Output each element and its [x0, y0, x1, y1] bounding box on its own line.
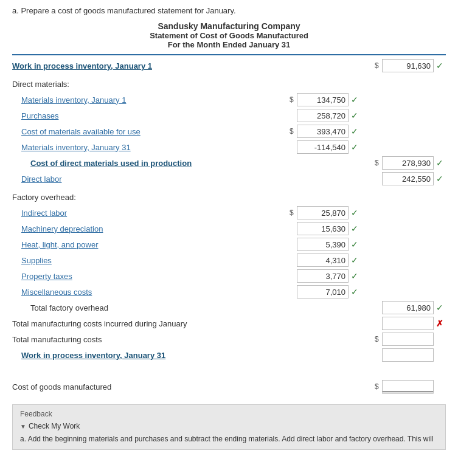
- check-icon-hlp: ✓: [351, 240, 361, 249]
- feedback-text: a. Add the beginning materials and purch…: [20, 434, 438, 444]
- dollar-sign-tmc: $: [375, 335, 380, 343]
- supplies-row: Supplies $ ✓: [12, 252, 446, 268]
- cost-direct-materials-label[interactable]: Cost of direct materials used in product…: [12, 159, 276, 168]
- dollar-sign-cdm: $: [375, 159, 380, 167]
- total-factory-overhead-row: Total factory overhead $ ✓: [12, 300, 446, 316]
- cost-materials-available-input[interactable]: [297, 125, 349, 138]
- check-icon-wip1: ✓: [436, 61, 446, 71]
- factory-overhead-header-row: Factory overhead:: [12, 189, 446, 205]
- check-icon-dl: ✓: [436, 174, 446, 184]
- check-icon-il: ✓: [351, 208, 361, 218]
- property-taxes-label[interactable]: Property taxes: [12, 272, 276, 281]
- direct-materials-header-row: Direct materials:: [12, 76, 446, 92]
- x-icon-tmci: ✗: [436, 319, 446, 328]
- direct-labor-row: Direct labor $ ✓: [12, 171, 446, 187]
- work-in-process-jan1-input[interactable]: [382, 59, 434, 72]
- check-icon-pt: ✓: [351, 271, 361, 281]
- total-mfg-costs-input[interactable]: [382, 333, 434, 346]
- cost-materials-available-row: Cost of materials available for use $ ✓: [12, 123, 446, 139]
- materials-inventory-jan1-row: Materials inventory, January 1 $ ✓: [12, 92, 446, 108]
- dollar-sign-il: $: [290, 209, 294, 217]
- check-icon-mi31: ✓: [351, 142, 361, 152]
- cost-goods-manufactured-input[interactable]: [382, 380, 434, 393]
- purchases-label[interactable]: Purchases: [12, 111, 276, 120]
- check-icon-pur: ✓: [351, 111, 361, 120]
- direct-labor-input[interactable]: [382, 172, 434, 185]
- dollar-sign-mi1: $: [290, 95, 294, 104]
- supplies-label[interactable]: Supplies: [12, 256, 276, 265]
- check-icon-tfo: ✓: [436, 303, 446, 312]
- miscellaneous-costs-label[interactable]: Miscellaneous costs: [12, 288, 276, 297]
- check-my-work-label: Check My Work: [29, 422, 80, 430]
- property-taxes-row: Property taxes $ ✓: [12, 268, 446, 284]
- heat-light-power-row: Heat, light, and power $ ✓: [12, 236, 446, 252]
- total-mfg-costs-incurred-label: Total manufacturing costs incurred durin…: [12, 319, 276, 328]
- dollar-sign-cgm: $: [375, 382, 380, 391]
- direct-labor-label[interactable]: Direct labor: [12, 174, 276, 184]
- materials-inventory-jan1-label[interactable]: Materials inventory, January 1: [12, 95, 276, 105]
- triangle-icon: ▼: [20, 423, 26, 430]
- check-icon-sup: ✓: [351, 255, 361, 265]
- check-my-work-section: ▼ Check My Work: [20, 422, 438, 430]
- cost-goods-manufactured-label: Cost of goods manufactured: [12, 382, 276, 391]
- period: For the Month Ended January 31: [12, 40, 446, 49]
- purchases-input[interactable]: [297, 109, 349, 122]
- work-in-process-jan31-label[interactable]: Work in process inventory, January 31: [12, 351, 276, 360]
- indirect-labor-row: Indirect labor $ ✓: [12, 205, 446, 221]
- supplies-input[interactable]: [297, 254, 349, 267]
- indirect-labor-label[interactable]: Indirect labor: [12, 209, 276, 218]
- cost-goods-manufactured-row: Cost of goods manufactured $ ✓: [12, 379, 446, 395]
- dollar-sign-wip1: $: [375, 61, 380, 70]
- total-factory-overhead-label: Total factory overhead: [12, 303, 276, 312]
- cost-materials-available-label[interactable]: Cost of materials available for use: [12, 127, 276, 136]
- work-in-process-jan1-label[interactable]: Work in process inventory, January 1: [12, 61, 276, 71]
- factory-overhead-header: Factory overhead:: [12, 193, 446, 202]
- total-mfg-costs-row: Total manufacturing costs $ ✓: [12, 331, 446, 347]
- check-icon-md: ✓: [351, 224, 361, 233]
- machinery-depreciation-row: Machinery depreciation $ ✓: [12, 221, 446, 236]
- total-mfg-costs-label: Total manufacturing costs: [12, 335, 276, 344]
- work-in-process-jan31-row: Work in process inventory, January 31 $ …: [12, 347, 446, 363]
- materials-inventory-jan31-label[interactable]: Materials inventory, January 31: [12, 143, 276, 152]
- materials-inventory-jan31-input[interactable]: [297, 140, 349, 154]
- total-mfg-costs-incurred-input[interactable]: [382, 317, 434, 330]
- materials-inventory-jan31-row: Materials inventory, January 31 $ ✓: [12, 139, 446, 155]
- miscellaneous-costs-row: Miscellaneous costs $ ✓: [12, 284, 446, 300]
- dollar-sign-cma: $: [290, 127, 294, 136]
- property-taxes-input[interactable]: [297, 269, 349, 283]
- check-icon-cdm: ✓: [436, 158, 446, 168]
- cost-direct-materials-input[interactable]: [382, 156, 434, 170]
- instruction-text: a. Prepare a cost of goods manufactured …: [12, 6, 446, 15]
- purchases-row: Purchases $ ✓: [12, 108, 446, 123]
- total-mfg-costs-incurred-row: Total manufacturing costs incurred durin…: [12, 316, 446, 331]
- check-icon-cma: ✓: [351, 126, 361, 136]
- feedback-title: Feedback: [20, 410, 438, 418]
- work-in-process-jan31-input[interactable]: [382, 348, 434, 362]
- feedback-box: Feedback ▼ Check My Work a. Add the begi…: [12, 404, 446, 450]
- machinery-depreciation-label[interactable]: Machinery depreciation: [12, 224, 276, 233]
- company-name: Sandusky Manufacturing Company: [12, 21, 446, 31]
- check-icon-mi1: ✓: [351, 95, 361, 105]
- machinery-depreciation-input[interactable]: [297, 222, 349, 235]
- heat-light-power-label[interactable]: Heat, light, and power: [12, 240, 276, 249]
- cost-direct-materials-row: Cost of direct materials used in product…: [12, 155, 446, 171]
- miscellaneous-costs-input[interactable]: [297, 285, 349, 298]
- direct-materials-header: Direct materials:: [12, 80, 446, 89]
- materials-inventory-jan1-input[interactable]: [297, 93, 349, 106]
- indirect-labor-input[interactable]: [297, 206, 349, 219]
- heat-light-power-input[interactable]: [297, 238, 349, 251]
- statement-title: Statement of Cost of Goods Manufactured: [12, 31, 446, 40]
- work-in-process-jan1-row: Work in process inventory, January 1 $ ✓: [12, 58, 446, 74]
- check-icon-mc: ✓: [351, 287, 361, 297]
- total-factory-overhead-input[interactable]: [382, 301, 434, 314]
